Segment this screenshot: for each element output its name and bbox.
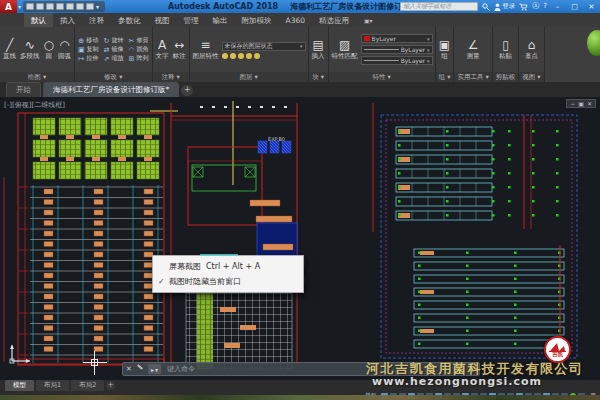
tool-rotate[interactable]: ↻旋转 bbox=[103, 36, 125, 45]
layout-tab-layout2[interactable]: 布局2 bbox=[71, 380, 104, 391]
ribbon-tab-输出[interactable]: 输出 bbox=[206, 13, 235, 27]
layout-tab-model[interactable]: 模型 bbox=[5, 380, 34, 391]
new-icon[interactable] bbox=[26, 3, 34, 10]
undo-icon[interactable] bbox=[76, 3, 84, 10]
help-icon[interactable]: ? bbox=[543, 2, 547, 11]
tool-base[interactable]: ⌂基点 bbox=[524, 39, 539, 61]
drawing-canvas[interactable]: EXP.B0 [-][俯视][二维线框] − ▣ ✕ 屏幕截图 Ctrl + A… bbox=[0, 97, 600, 380]
command-wrench-icon[interactable] bbox=[135, 365, 145, 373]
layer-state-dropdown[interactable]: 未保存的图层状态▾ bbox=[222, 42, 306, 51]
plot-icon[interactable] bbox=[66, 3, 74, 10]
menu-item-label: 屏幕截图 bbox=[169, 261, 201, 272]
app-store-cart-icon[interactable] bbox=[519, 3, 528, 11]
chevron-down-icon: ▾ bbox=[300, 43, 303, 49]
viewport-controls-label[interactable]: [-][俯视][二维线框] bbox=[4, 100, 65, 110]
tool-match[interactable]: ▨特性匹配 bbox=[331, 39, 359, 61]
panel-label-annotation[interactable]: 注释 ▾ bbox=[153, 72, 189, 82]
panel-label-block[interactable]: 块 ▾ bbox=[309, 72, 328, 82]
ribbon-display-options-icon[interactable]: ▣▾ bbox=[364, 13, 373, 27]
tool-paste[interactable]: ▯粘贴 bbox=[498, 39, 513, 61]
ribbon-tab-插入[interactable]: 插入 bbox=[53, 13, 82, 27]
canvas-window-controls[interactable]: − ▣ ✕ bbox=[566, 99, 596, 108]
tool-dimension[interactable]: ↔标注 bbox=[172, 39, 187, 61]
close-button[interactable]: ✕ bbox=[585, 3, 598, 11]
object-color-dropdown[interactable]: ByLayer▾ bbox=[361, 34, 433, 43]
layer-toggle-icons[interactable] bbox=[222, 53, 306, 59]
layer-properties-icon: ≡ bbox=[201, 39, 211, 51]
ribbon-tab-附加模块[interactable]: 附加模块 bbox=[235, 13, 279, 27]
tool-fillet[interactable]: ◠圆角 bbox=[127, 45, 149, 54]
app-menu-dropdown-icon[interactable]: ▾ bbox=[18, 3, 21, 10]
tool-line[interactable]: ╱直线 bbox=[2, 39, 17, 61]
panel-label-properties[interactable]: 特性 ▾ bbox=[329, 72, 435, 82]
tool-layer-properties[interactable]: ≡图层特性 bbox=[192, 39, 220, 61]
canvas-close-icon[interactable]: ✕ bbox=[587, 100, 592, 107]
new-layout-button[interactable]: + bbox=[106, 381, 115, 390]
command-prompt-icon[interactable]: ▸▾ bbox=[148, 364, 161, 374]
panel-label-clipboard[interactable]: 剪贴板 bbox=[493, 72, 519, 82]
canvas-minimize-icon[interactable]: − bbox=[570, 100, 575, 107]
menu-item-hide-window[interactable]: ✓ 截图时隐藏当前窗口 bbox=[153, 274, 303, 289]
ribbon-tab-参数化[interactable]: 参数化 bbox=[111, 13, 148, 27]
scale-icon: ⇗ bbox=[104, 55, 110, 63]
tool-arc[interactable]: ◠圆弧 bbox=[57, 39, 72, 61]
dimension-icon: ↔ bbox=[174, 39, 184, 51]
panel-label-view[interactable]: 视图 ▾ bbox=[519, 72, 543, 82]
tool-array[interactable]: ⊞阵列 bbox=[127, 54, 149, 63]
panel-label-draw[interactable]: 绘图 ▾ bbox=[0, 72, 74, 82]
ribbon-tab-视图[interactable]: 视图 bbox=[148, 13, 177, 27]
menu-item-screenshot[interactable]: 屏幕截图 Ctrl + Alt + A bbox=[153, 259, 303, 274]
tool-scale[interactable]: ⇗缩放 bbox=[103, 54, 125, 63]
linetype-preview bbox=[364, 49, 399, 50]
ribbon-tab-注释[interactable]: 注释 bbox=[82, 13, 111, 27]
qat-dropdown-icon[interactable]: ▾ bbox=[96, 3, 102, 10]
tool-trim[interactable]: ✂修剪 bbox=[127, 36, 149, 45]
tool-insert[interactable]: ▤插入 bbox=[311, 39, 326, 61]
lineweight-dropdown[interactable]: ByLayer▾ bbox=[361, 56, 433, 65]
rotate-icon: ↻ bbox=[104, 37, 110, 45]
tool-stretch[interactable]: ↦拉伸 bbox=[77, 54, 100, 63]
ribbon-tab-管理[interactable]: 管理 bbox=[177, 13, 206, 27]
layer-bulb-icon[interactable] bbox=[222, 53, 228, 59]
autodesk-app-icon[interactable]: Ⓐ bbox=[532, 2, 539, 11]
redo-icon[interactable] bbox=[86, 3, 94, 10]
save-as-icon[interactable] bbox=[56, 3, 64, 10]
ribbon-tab-默认[interactable]: 默认 bbox=[24, 13, 53, 27]
layout-tab-layout1[interactable]: 布局1 bbox=[36, 380, 69, 391]
tool-mirror[interactable]: ⇄镜像 bbox=[103, 45, 125, 54]
layer-bulb-icon[interactable] bbox=[246, 53, 252, 59]
tool-circle[interactable]: ○圆 bbox=[43, 39, 55, 61]
new-drawing-tab-button[interactable]: + bbox=[181, 85, 193, 96]
tool-measure[interactable]: ∠测量 bbox=[466, 39, 481, 61]
linetype-dropdown[interactable]: ByLayer▾ bbox=[361, 45, 433, 54]
tool-polyline[interactable]: ∿多段线 bbox=[19, 39, 41, 61]
layer-bulb-icon[interactable] bbox=[238, 53, 244, 59]
sign-in-button[interactable]: 登录 bbox=[494, 2, 515, 11]
autocad-logo-icon[interactable]: A bbox=[0, 0, 17, 13]
search-input[interactable]: 输入关键字或短语 bbox=[400, 2, 478, 11]
panel-label-modify[interactable]: 修改 ▾ bbox=[75, 72, 152, 82]
search-icon[interactable] bbox=[482, 3, 490, 11]
panel-label-groups[interactable]: 组 ▾ bbox=[436, 72, 454, 82]
open-icon[interactable] bbox=[36, 3, 44, 10]
ribbon-panel-view: ⌂基点视图 ▾ bbox=[519, 27, 544, 82]
tool-move[interactable]: ⊕移动 bbox=[77, 36, 100, 45]
command-close-icon[interactable]: ✕ bbox=[123, 365, 135, 373]
tool-group[interactable]: ▣组 bbox=[438, 39, 451, 61]
mirror-icon: ⇄ bbox=[104, 46, 110, 54]
panel-label-utilities[interactable]: 实用工具 ▾ bbox=[454, 72, 491, 82]
save-icon[interactable] bbox=[46, 3, 54, 10]
layer-bulb-icon[interactable] bbox=[230, 53, 236, 59]
file-tab-drawing[interactable]: 海德利工艺厂房设备设计图修订版* bbox=[43, 82, 179, 97]
panel-label-layers[interactable]: 图层 ▾ bbox=[190, 72, 308, 82]
tool-text[interactable]: A文字 bbox=[155, 39, 170, 61]
tool-copy[interactable]: ▣复制 bbox=[77, 45, 100, 54]
ribbon-tab-A360[interactable]: A360 bbox=[279, 13, 312, 27]
layer-bulb-icon[interactable] bbox=[254, 53, 260, 59]
file-tab-start[interactable]: 开始 bbox=[6, 82, 41, 97]
minimize-button[interactable]: – bbox=[551, 3, 564, 11]
canvas-restore-icon[interactable]: ▣ bbox=[578, 100, 584, 107]
trim-icon: ✂ bbox=[129, 37, 135, 45]
maximize-button[interactable]: □ bbox=[568, 3, 581, 11]
ribbon-tab-精选应用[interactable]: 精选应用 bbox=[312, 13, 356, 27]
